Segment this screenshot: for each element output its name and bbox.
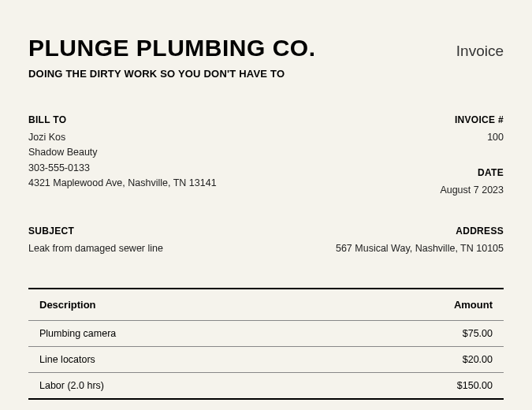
subject-label: SUBJECT xyxy=(28,226,163,237)
invoice-number-label: INVOICE # xyxy=(440,114,504,125)
table-row: Line locators $20.00 xyxy=(28,346,504,372)
bill-to-block: BILL TO Jozi Kos Shadow Beauty 303-555-0… xyxy=(28,114,217,199)
bill-to-address: 4321 Maplewood Ave, Nashville, TN 13141 xyxy=(28,176,217,191)
line-items-table: Description Amount Plumbing camera $75.0… xyxy=(28,288,504,400)
table-header-row: Description Amount xyxy=(28,289,504,320)
cell-amount: $75.00 xyxy=(398,328,493,339)
cell-description: Plumbing camera xyxy=(39,328,398,339)
service-address-block: ADDRESS 567 Musical Way, Nashville, TN 1… xyxy=(336,226,504,256)
invoice-date-label: DATE xyxy=(440,167,504,178)
service-address-text: 567 Musical Way, Nashville, TN 10105 xyxy=(336,241,504,256)
company-name: PLUNGE PLUMBING CO. xyxy=(28,35,316,62)
bill-to-label: BILL TO xyxy=(28,114,217,125)
cell-description: Line locators xyxy=(39,354,398,365)
cell-amount: $20.00 xyxy=(398,354,493,365)
document-type: Invoice xyxy=(456,43,504,60)
col-header-amount: Amount xyxy=(398,299,493,311)
bill-to-name: Jozi Kos xyxy=(28,130,217,145)
bill-to-company: Shadow Beauty xyxy=(28,145,217,160)
subject-text: Leak from damaged sewer line xyxy=(28,241,163,256)
cell-amount: $150.00 xyxy=(398,380,493,391)
invoice-date: August 7 2023 xyxy=(440,183,504,198)
invoice-number: 100 xyxy=(440,130,504,145)
table-row: Plumbing camera $75.00 xyxy=(28,320,504,346)
cell-description: Labor (2.0 hrs) xyxy=(39,380,398,391)
service-address-label: ADDRESS xyxy=(336,226,504,237)
col-header-description: Description xyxy=(39,299,398,311)
table-row: Labor (2.0 hrs) $150.00 xyxy=(28,372,504,400)
invoice-meta-block: INVOICE # 100 DATE August 7 2023 xyxy=(440,114,504,199)
tagline: DOING THE DIRTY WORK SO YOU DON'T HAVE T… xyxy=(28,68,504,80)
subject-block: SUBJECT Leak from damaged sewer line xyxy=(28,226,163,256)
bill-to-phone: 303-555-0133 xyxy=(28,161,217,176)
